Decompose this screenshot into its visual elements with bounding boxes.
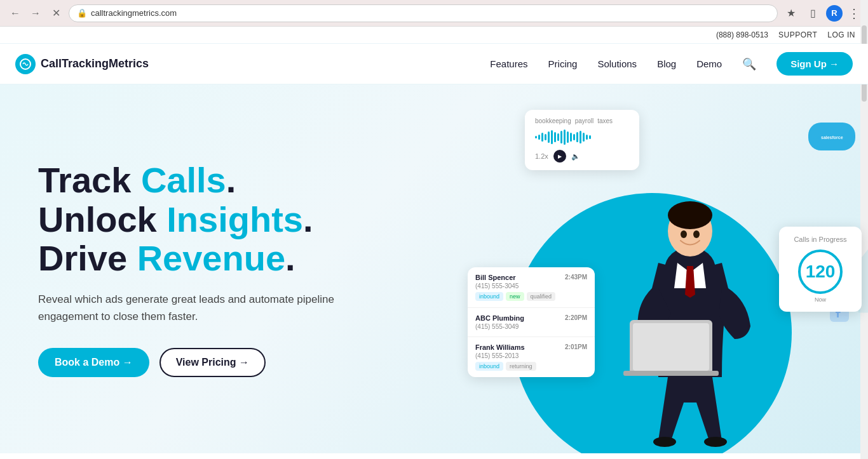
call-row-2: ABC Plumbing 2:20PM (415) 555-3049 — [468, 308, 595, 337]
logo[interactable]: CallTrackingMetrics — [15, 54, 149, 74]
view-pricing-button[interactable]: View Pricing → — [159, 348, 266, 377]
play-button[interactable]: ▶ — [553, 150, 566, 163]
nav-features[interactable]: Features — [490, 58, 527, 69]
support-link[interactable]: SUPPORT — [778, 30, 817, 39]
bar — [551, 130, 553, 144]
progress-circle: 120 — [798, 249, 843, 294]
tag-returning: returning — [506, 362, 536, 371]
heading-period1: . — [226, 160, 236, 200]
bar — [573, 134, 575, 140]
bookmark-button[interactable]: ★ — [783, 5, 799, 22]
call-name-3: Frank Williams 2:01PM — [475, 343, 587, 351]
svg-text:salesforce: salesforce — [821, 135, 843, 140]
audio-controls[interactable]: 1.2x ▶ 🔈 — [535, 150, 629, 163]
call-name-1: Bill Spencer 2:43PM — [475, 274, 587, 281]
bar — [570, 133, 572, 142]
phone-number: (888) 898-0513 — [716, 30, 768, 39]
menu-button[interactable]: ⋮ — [848, 6, 860, 21]
salesforce-badge: salesforce — [808, 123, 855, 150]
audio-tag3: taxes — [597, 117, 613, 124]
svg-rect-5 — [633, 323, 709, 371]
bar — [586, 135, 588, 140]
url-text: calltrackingmetrics.com — [91, 8, 177, 18]
audio-tags: bookkeeping payroll taxes — [535, 117, 629, 124]
bar — [564, 130, 566, 145]
audio-tag1: bookkeeping — [535, 117, 571, 124]
volume-icon: 🔈 — [571, 152, 580, 161]
secure-icon: 🔒 — [77, 8, 87, 18]
nav-blog[interactable]: Blog — [657, 58, 676, 69]
bar — [567, 131, 569, 143]
book-demo-button[interactable]: Book a Demo → — [38, 348, 149, 377]
bar — [583, 133, 585, 142]
hero-visual: bookkeeping payroll taxes — [423, 84, 868, 453]
bar — [535, 136, 537, 138]
extensions-button[interactable]: ▯ — [804, 5, 821, 22]
heading-line1: Track Calls. — [38, 160, 236, 200]
heading-line3: Drive Revenue. — [38, 238, 295, 278]
call-number-2: (415) 555-3049 — [475, 323, 587, 330]
tag-qualified: qualified — [527, 292, 556, 301]
progress-now-label: Now — [792, 296, 849, 303]
hero-subtext: Reveal which ads generate great leads an… — [38, 291, 343, 325]
profile-button[interactable]: R — [826, 5, 843, 22]
bar — [557, 133, 559, 141]
bar — [589, 135, 591, 139]
call-tags-3: inbound returning — [475, 362, 587, 371]
bar — [560, 131, 562, 143]
top-bar: (888) 898-0513 SUPPORT LOG IN — [0, 27, 868, 44]
audio-waveform — [535, 130, 629, 145]
svg-rect-6 — [623, 371, 719, 376]
logo-icon — [15, 54, 36, 74]
audio-speed: 1.2x — [535, 152, 548, 160]
hero-section: Track Calls. Unlock Insights. Drive Reve… — [0, 84, 868, 453]
nav-demo[interactable]: Demo — [696, 58, 722, 69]
call-number-1: (415) 555-3045 — [475, 283, 587, 289]
search-icon[interactable]: 🔍 — [742, 57, 756, 71]
reload-button[interactable]: ✕ — [48, 6, 64, 21]
address-bar[interactable]: 🔒 calltrackingmetrics.com — [69, 4, 778, 22]
audio-tag2: payroll — [575, 117, 593, 124]
heading-calls: Calls — [141, 160, 226, 200]
call-number-3: (415) 555-2013 — [475, 352, 587, 359]
call-tags-1: inbound new qualified — [475, 292, 587, 301]
calls-in-progress-widget: Calls in Progress 120 Now — [779, 227, 862, 312]
svg-point-3 — [668, 201, 712, 229]
hero-buttons: Book a Demo → View Pricing → — [38, 348, 343, 377]
bar — [576, 132, 578, 142]
heading-insights: Insights — [166, 199, 303, 239]
bar — [538, 135, 540, 140]
heading-period3: . — [285, 238, 295, 278]
svg-point-9 — [681, 230, 687, 238]
nav-pricing[interactable]: Pricing — [548, 58, 578, 69]
browser-actions: ★ ▯ R ⋮ — [783, 5, 860, 22]
heading-track: Track — [38, 160, 141, 200]
logo-text: CallTrackingMetrics — [41, 57, 149, 70]
heading-revenue: Revenue — [137, 238, 285, 278]
signup-button[interactable]: Sign Up → — [776, 52, 853, 76]
forward-button[interactable]: → — [28, 6, 43, 21]
nav-solutions[interactable]: Solutions — [597, 58, 637, 69]
navbar: CallTrackingMetrics Features Pricing Sol… — [0, 44, 868, 84]
bar — [545, 134, 546, 140]
calls-widget: Bill Spencer 2:43PM (415) 555-3045 inbou… — [468, 267, 595, 377]
audio-widget: bookkeeping payroll taxes — [525, 110, 639, 170]
tag-inbound: inbound — [475, 292, 503, 301]
bar — [554, 132, 556, 142]
nav-links: Features Pricing Solutions Blog Demo 🔍 S… — [490, 52, 853, 76]
bar — [541, 133, 543, 142]
call-row-1: Bill Spencer 2:43PM (415) 555-3045 inbou… — [468, 267, 595, 308]
tag-new: new — [506, 292, 524, 301]
sf-cloud-icon: salesforce — [808, 123, 855, 150]
svg-point-7 — [653, 437, 676, 447]
heading-period2: . — [303, 199, 313, 239]
tag-inbound2: inbound — [475, 362, 503, 371]
login-link[interactable]: LOG IN — [827, 30, 855, 39]
browser-chrome: ← → ✕ 🔒 calltrackingmetrics.com ★ ▯ R ⋮ — [0, 0, 868, 27]
back-button[interactable]: ← — [8, 6, 23, 21]
hero-heading: Track Calls. Unlock Insights. Drive Reve… — [38, 161, 343, 278]
bar — [580, 131, 581, 143]
heading-unlock: Unlock — [38, 199, 166, 239]
svg-point-8 — [704, 437, 727, 447]
bar — [548, 131, 550, 143]
